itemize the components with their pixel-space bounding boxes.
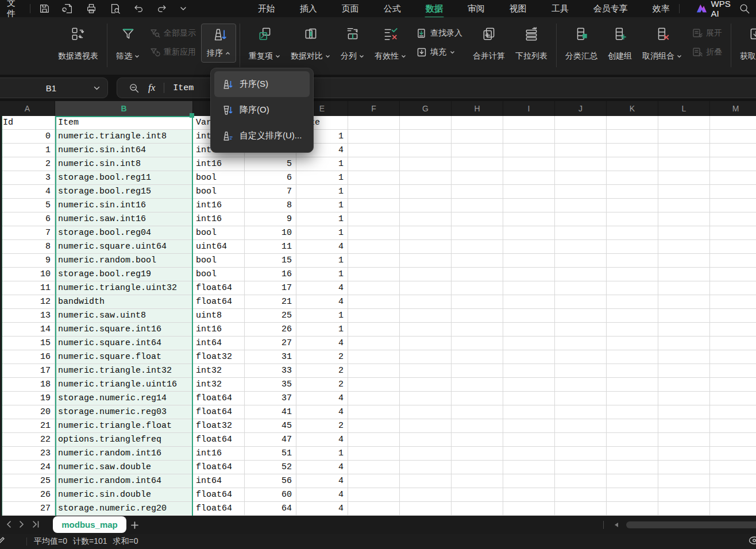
cell[interactable]: 1 <box>0 144 55 157</box>
sort-button[interactable]: 排序 <box>201 24 236 63</box>
cell[interactable]: 1 <box>296 323 348 337</box>
cell[interactable]: 20 <box>0 405 55 419</box>
cell[interactable]: 4 <box>296 295 348 309</box>
cell[interactable] <box>710 240 756 254</box>
cell[interactable]: numeric.sin.int16 <box>55 199 193 212</box>
cell[interactable] <box>607 240 658 254</box>
cell[interactable] <box>348 295 400 309</box>
cell[interactable]: int64 <box>193 474 245 488</box>
cell[interactable] <box>452 157 503 171</box>
menu-tab-9[interactable]: 效率 <box>651 1 671 17</box>
cell[interactable] <box>658 116 710 130</box>
cell[interactable] <box>658 226 710 240</box>
cell[interactable] <box>400 116 452 130</box>
cell[interactable]: float32 <box>193 419 245 433</box>
cell[interactable] <box>555 185 607 199</box>
cell[interactable] <box>710 171 756 185</box>
menu-item-custom-sort[interactable]: 自定义排序(U)... <box>214 123 310 149</box>
cell[interactable] <box>348 350 400 364</box>
cell[interactable]: 4 <box>296 488 348 502</box>
cell[interactable] <box>555 378 607 392</box>
cell[interactable] <box>452 502 503 516</box>
cell[interactable] <box>400 488 452 502</box>
cell[interactable]: float64 <box>193 405 245 419</box>
cell[interactable]: numeric.square.int64 <box>55 337 193 350</box>
cell[interactable] <box>503 488 555 502</box>
cell[interactable] <box>503 392 555 405</box>
cell[interactable] <box>710 116 756 130</box>
cell[interactable] <box>658 199 710 212</box>
cell[interactable]: int64 <box>193 337 245 350</box>
cell[interactable]: 37 <box>245 392 296 405</box>
cell[interactable]: int16 <box>193 323 245 337</box>
cell[interactable] <box>607 268 658 281</box>
cell[interactable]: numeric.triangle.uint32 <box>55 281 193 295</box>
cell[interactable] <box>400 337 452 350</box>
wps-ai-button[interactable]: WPS AI <box>696 0 731 18</box>
cell[interactable] <box>607 488 658 502</box>
cell[interactable] <box>607 116 658 130</box>
cell[interactable] <box>710 199 756 212</box>
cell[interactable]: 7 <box>245 185 296 199</box>
cell[interactable]: 16 <box>0 350 55 364</box>
cell[interactable]: 15 <box>0 337 55 350</box>
cell[interactable] <box>452 350 503 364</box>
cell[interactable]: 2 <box>296 364 348 378</box>
export-icon[interactable] <box>62 3 74 14</box>
cell[interactable]: 4 <box>296 405 348 419</box>
cell[interactable] <box>658 281 710 295</box>
cell[interactable] <box>348 309 400 323</box>
cell[interactable] <box>658 144 710 157</box>
cell[interactable]: 1 <box>296 268 348 281</box>
cell[interactable] <box>348 502 400 516</box>
cell[interactable] <box>452 309 503 323</box>
menu-tab-3[interactable]: 公式 <box>383 1 402 17</box>
cell[interactable] <box>555 337 607 350</box>
cell[interactable]: 1 <box>296 171 348 185</box>
column-header-A[interactable]: A <box>0 101 55 116</box>
cell[interactable] <box>503 419 555 433</box>
cell[interactable]: numeric.square.int16 <box>55 323 193 337</box>
cell[interactable] <box>607 502 658 516</box>
cell[interactable] <box>555 144 607 157</box>
column-header-L[interactable]: L <box>658 101 710 116</box>
cell[interactable]: 4 <box>296 240 348 254</box>
cell[interactable] <box>400 405 452 419</box>
cell[interactable]: bool <box>193 268 245 281</box>
cell[interactable] <box>348 447 400 461</box>
cell[interactable] <box>400 419 452 433</box>
cell[interactable] <box>503 502 555 516</box>
menu-tab-2[interactable]: 页面 <box>341 1 360 17</box>
cell[interactable]: 45 <box>245 419 296 433</box>
dropdown-list-button[interactable]: 下拉列表 <box>510 26 553 61</box>
cell[interactable] <box>503 212 555 226</box>
cell[interactable] <box>503 268 555 281</box>
cell[interactable] <box>710 392 756 405</box>
last-sheet-icon[interactable] <box>32 520 40 528</box>
cell[interactable]: float64 <box>193 392 245 405</box>
consolidate-button[interactable]: 合并计算 <box>468 26 510 61</box>
cell[interactable]: 4 <box>296 281 348 295</box>
cell[interactable] <box>658 337 710 350</box>
cell[interactable]: float64 <box>193 281 245 295</box>
selection-handle[interactable] <box>190 113 194 118</box>
create-group-button[interactable]: 创建组 <box>603 26 637 61</box>
cell[interactable] <box>710 185 756 199</box>
cell[interactable]: numeric.triangle.uint16 <box>55 378 193 392</box>
cell[interactable] <box>555 502 607 516</box>
cell[interactable]: numeric.saw.uint8 <box>55 309 193 323</box>
cell[interactable] <box>658 474 710 488</box>
cell[interactable] <box>503 199 555 212</box>
cell[interactable] <box>452 419 503 433</box>
cell[interactable] <box>607 419 658 433</box>
cell[interactable] <box>607 226 658 240</box>
cell[interactable] <box>348 337 400 350</box>
cell[interactable] <box>503 281 555 295</box>
cell[interactable]: bandwidth <box>55 295 193 309</box>
cell[interactable] <box>348 116 400 130</box>
cell[interactable]: numeric.saw.double <box>55 461 193 474</box>
cell[interactable]: numeric.sin.int8 <box>55 157 193 171</box>
cell[interactable] <box>607 364 658 378</box>
cell[interactable] <box>710 130 756 144</box>
cell[interactable] <box>503 433 555 447</box>
